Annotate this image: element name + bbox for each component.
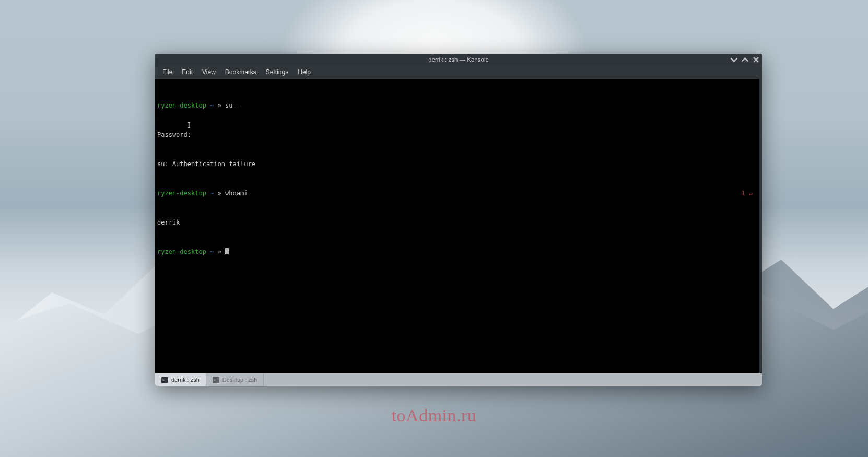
terminal-icon: >_ [161,377,168,383]
menu-edit[interactable]: Edit [178,67,197,77]
window-titlebar[interactable]: derrik : zsh — Konsole [155,54,762,65]
maximize-button[interactable] [741,56,749,64]
menu-bookmarks[interactable]: Bookmarks [221,67,261,77]
menu-view[interactable]: View [198,67,220,77]
chevron-down-icon [730,56,738,64]
terminal-line: ryzen-desktop ~ » su - [157,102,757,109]
prompt-host: ryzen-desktop [157,248,206,255]
output-text: su: Authentication failure [157,160,255,168]
menu-file[interactable]: File [158,67,177,77]
terminal-line: su: Authentication failure [157,160,757,168]
close-button[interactable] [752,56,760,64]
terminal-viewport[interactable]: ryzen-desktop ~ » su - Password: su: Aut… [155,79,759,373]
minimize-button[interactable] [730,56,738,64]
terminal-line: derrik [157,219,757,226]
terminal-cursor [225,248,229,254]
prompt-arrow: » [218,190,221,197]
output-text: Password: [157,131,191,138]
terminal-line: Password: [157,131,757,138]
konsole-window: derrik : zsh — Konsole File Edit View Bo… [155,54,762,386]
output-text: derrik [157,219,180,226]
prompt-path: ~ [210,190,214,197]
close-icon [752,56,760,64]
prompt-arrow: » [218,248,221,255]
tab-derrik-zsh[interactable]: >_ derrik : zsh [155,373,206,386]
command-text: su - [225,102,240,109]
tab-label: derrik : zsh [171,377,200,383]
prompt-path: ~ [210,102,214,109]
terminal-icon: >_ [213,377,219,383]
desktop-wallpaper: derrik : zsh — Konsole File Edit View Bo… [0,0,868,457]
window-controls [730,54,760,65]
text-cursor-icon: I [187,122,190,129]
prompt-host: ryzen-desktop [157,102,206,109]
menu-settings[interactable]: Settings [262,67,292,77]
menu-help[interactable]: Help [294,67,315,77]
command-text: whoami [225,190,248,197]
svg-text:>_: >_ [214,378,218,382]
tab-desktop-zsh[interactable]: >_ Desktop : zsh [206,373,264,386]
chevron-up-icon [741,56,749,64]
svg-text:>_: >_ [162,378,167,382]
menubar: File Edit View Bookmarks Settings Help [155,65,762,79]
window-title: derrik : zsh — Konsole [158,56,759,63]
tab-bar: >_ derrik : zsh >_ Desktop : zsh [155,373,762,386]
prompt-host: ryzen-desktop [157,190,206,197]
terminal-line: ryzen-desktop ~ » [157,248,757,255]
prompt-path: ~ [210,248,214,255]
tab-label: Desktop : zsh [222,377,257,383]
terminal-line: ryzen-desktop ~ » whoami1 ↵ [157,190,757,197]
prompt-arrow: » [218,102,221,109]
exit-status: 1 ↵ [741,190,753,197]
